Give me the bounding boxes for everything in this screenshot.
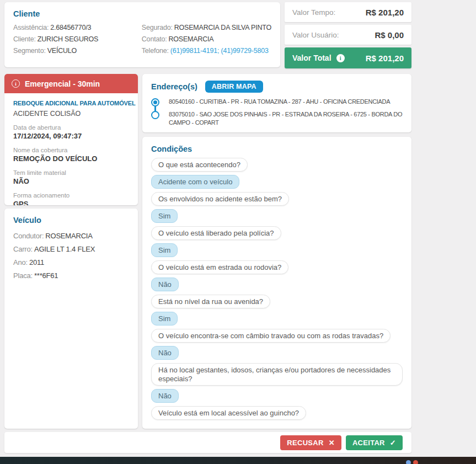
address-row-destination: 83075010 - SAO JOSE DOS PINHAIS - PR - E… (169, 110, 403, 127)
segment-field: Segmento:VEÍCULO (13, 45, 142, 57)
info-icon: i (12, 79, 20, 88)
question-bubble: O veículo está em estrada ou rodovia? (151, 260, 288, 274)
question-bubble: Está no nível da rua ou avenida? (151, 295, 270, 308)
total-info-icon[interactable]: i (336, 54, 345, 62)
question-bubble: Veículo está em local acessível ao guinc… (151, 406, 306, 420)
service-type: ACIDENTE COLISÃO (13, 109, 129, 118)
year-field: Ano:2011 (13, 256, 129, 269)
conditions-card: Condições O que está acontecendo? Aciden… (142, 137, 411, 429)
address-row-origin: 80540160 - CURITIBA - PR - RUA TOMAZINA … (169, 98, 403, 106)
vehicle-card: Veículo Condutor:ROSEMARCIA Carro:AGILE … (4, 209, 138, 429)
service-name: REBOQUE ADICIONAL PARA AUTOMÓVEL (13, 99, 129, 108)
contact-field: Contato:ROSEMARCIA (142, 34, 271, 45)
client-field: Cliente:ZURICH SEGUROS (13, 34, 142, 45)
detail-value: REMOÇÃO DO VEÍCULO (13, 154, 129, 163)
detail-label: Forma acionamento (13, 191, 129, 199)
phone-link[interactable]: (61)99811-4191; (41)99729-5803 (170, 47, 269, 55)
question-bubble: O que está acontecendo? (151, 158, 248, 172)
answer-bubble: Sim (151, 243, 178, 257)
accept-button-label: ACEITAR (352, 439, 385, 447)
answer-bubble: Não (151, 389, 179, 403)
value-user-row: Valor Usuário: R$ 0,00 (285, 25, 411, 45)
detail-value: 17/12/2024, 09:47:37 (13, 132, 129, 141)
question-bubble: Os envolvidos no acidente estão bem? (151, 192, 289, 206)
origin-marker-icon (151, 98, 159, 106)
values-panel: Valor Tempo: R$ 201,20 Valor Usuário: R$… (285, 2, 411, 68)
car-field: Carro:AGILE LT 1.4 FLEX (13, 243, 129, 256)
detail-value: GPS (13, 200, 129, 205)
taskbar (0, 457, 476, 464)
destination-marker-icon (151, 111, 159, 119)
detail-label: Nome da cobertura (13, 146, 129, 154)
accept-button[interactable]: ACEITAR ✓ (346, 435, 403, 450)
addresses-card-title: Endereço(s) (151, 82, 197, 91)
answer-bubble: Sim (151, 209, 178, 223)
destination-address: 83075010 - SAO JOSE DOS PINHAIS - PR - E… (169, 110, 403, 127)
answer-bubble: Não (151, 278, 179, 291)
conditions-transcript: O que está acontecendo? Acidente com o v… (151, 158, 403, 420)
answer-bubble: Acidente com o veículo (151, 175, 239, 189)
vehicle-card-title: Veículo (13, 216, 129, 225)
assistance-field: Assistência:2.68456770/3 (13, 22, 142, 34)
close-icon: ✕ (329, 439, 335, 447)
detail-label: Data de abertura (13, 124, 129, 131)
value-time-row: Valor Tempo: R$ 201,20 (285, 2, 411, 22)
check-icon: ✓ (390, 439, 396, 447)
addresses-card: Endereço(s) ABRIR MAPA 80540160 - CURITI… (142, 74, 411, 132)
insured-field: Segurado:ROSEMARCIA DA SILVA PINTO (142, 22, 271, 34)
driver-field: Condutor:ROSEMARCIA (13, 230, 129, 243)
question-bubble: O veículo está liberado pela polícia? (151, 226, 281, 240)
reject-button[interactable]: RECUSAR ✕ (280, 435, 341, 450)
conditions-card-title: Condições (151, 145, 403, 153)
plate-field: Placa:***6F61 (13, 269, 129, 282)
value-total-row: Valor Total i R$ 201,20 (285, 47, 411, 68)
detail-value: NÃO (13, 177, 129, 186)
question-bubble: O veículo encontra-se com câmbio travado… (151, 329, 391, 343)
taskbar-app-icon-blue[interactable] (406, 460, 411, 464)
origin-address: 80540160 - CURITIBA - PR - RUA TOMAZINA … (169, 98, 403, 106)
detail-label: Tem limite material (13, 169, 129, 177)
service-card: i Emergencial - 30min REBOQUE ADICIONAL … (4, 74, 138, 205)
answer-bubble: Não (151, 346, 179, 360)
emergency-banner-label: Emergencial - 30min (25, 79, 100, 88)
footer-action-bar: RECUSAR ✕ ACEITAR ✓ (4, 432, 411, 453)
open-map-button[interactable]: ABRIR MAPA (205, 81, 263, 93)
taskbar-app-icon-red[interactable] (413, 460, 418, 464)
question-bubble: Há no local gestantes, idosos, crianças … (151, 363, 403, 386)
reject-button-label: RECUSAR (287, 439, 323, 447)
client-card-title: Cliente (13, 9, 271, 18)
emergency-banner: i Emergencial - 30min (4, 74, 138, 93)
phone-field: Telefone:(61)99811-4191; (41)99729-5803 (142, 45, 271, 57)
answer-bubble: Sim (151, 312, 178, 326)
client-card: Cliente Assistência:2.68456770/3 Cliente… (4, 2, 280, 67)
